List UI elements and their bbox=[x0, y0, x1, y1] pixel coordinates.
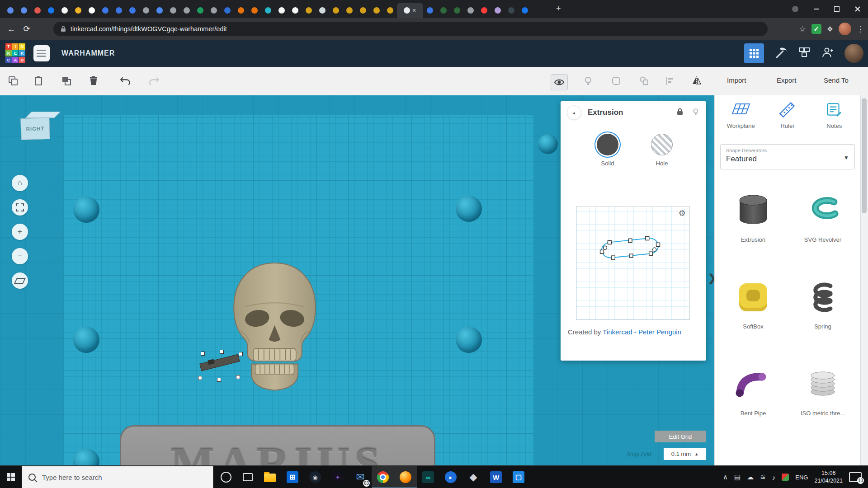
sphere-object[interactable] bbox=[73, 197, 99, 223]
group-button[interactable] bbox=[609, 74, 623, 88]
browser-tab[interactable] bbox=[193, 3, 207, 18]
sidebar-scrollbar[interactable] bbox=[860, 95, 868, 465]
copy-button[interactable] bbox=[6, 74, 20, 88]
browser-tab[interactable] bbox=[31, 3, 44, 18]
bookmark-star-icon[interactable]: ☆ bbox=[799, 24, 806, 34]
checkmark-extension-icon[interactable]: ✓ bbox=[811, 24, 821, 34]
photos-icon[interactable]: ▢ bbox=[507, 466, 530, 488]
browser-tab[interactable] bbox=[491, 3, 505, 18]
tray-network-icon[interactable]: ≋ bbox=[760, 473, 766, 481]
shape-generators-select[interactable]: Shape Generators Featured ▼ bbox=[720, 144, 855, 169]
language-indicator[interactable]: ENG bbox=[795, 474, 808, 481]
tray-onedrive-icon[interactable]: ☁ bbox=[747, 473, 754, 481]
redo-button[interactable] bbox=[147, 74, 161, 88]
extensions-puzzle-icon[interactable]: ❖ bbox=[827, 25, 833, 33]
home-view-button[interactable]: ⌂ bbox=[12, 175, 28, 191]
word-icon[interactable]: W bbox=[485, 466, 507, 488]
browser-tab[interactable] bbox=[166, 3, 180, 18]
dashboard-grid-button[interactable] bbox=[744, 43, 764, 63]
browser-tab[interactable] bbox=[288, 3, 302, 18]
shape-spring[interactable]: Spring bbox=[788, 271, 858, 357]
view-cube-front-face[interactable]: RIGHT bbox=[20, 117, 50, 140]
scrollbar-thumb[interactable] bbox=[862, 98, 867, 213]
new-tab-button[interactable]: + bbox=[556, 5, 561, 13]
design-menu-button[interactable] bbox=[33, 45, 50, 61]
profile-settings-gear-icon[interactable]: ⚙ bbox=[679, 208, 686, 218]
solid-option[interactable]: Solid bbox=[593, 134, 622, 167]
browser-tab[interactable] bbox=[477, 3, 491, 18]
browser-tab[interactable] bbox=[207, 3, 221, 18]
back-button[interactable]: ← bbox=[4, 24, 19, 34]
obs-icon[interactable]: ◆ bbox=[462, 466, 485, 488]
start-button[interactable] bbox=[0, 466, 22, 488]
extrusion-profile-editor[interactable]: ⚙ bbox=[576, 206, 690, 320]
mail-icon[interactable]: ✉63 bbox=[349, 466, 372, 488]
action-center-button[interactable]: 13 bbox=[849, 472, 862, 482]
zoom-in-button[interactable]: + bbox=[12, 224, 28, 240]
edit-grid-button[interactable]: Edit Grid bbox=[655, 431, 706, 442]
firefox-icon[interactable] bbox=[394, 466, 417, 488]
tray-pen-icon[interactable]: ▤ bbox=[734, 473, 741, 481]
scale-handle[interactable] bbox=[217, 378, 221, 382]
tinkercad-logo[interactable]: TINKERCAD bbox=[5, 43, 25, 63]
browser-tab[interactable] bbox=[505, 3, 518, 18]
scale-handle[interactable] bbox=[220, 350, 224, 354]
minimize-button[interactable] bbox=[806, 0, 826, 18]
browser-tab[interactable] bbox=[423, 3, 437, 18]
chrome-icon[interactable] bbox=[372, 466, 394, 488]
browser-tab[interactable] bbox=[383, 3, 397, 18]
browser-tab[interactable] bbox=[153, 3, 166, 18]
show-all-button[interactable] bbox=[551, 74, 568, 90]
material-light-button[interactable] bbox=[581, 74, 595, 88]
browser-menu-icon[interactable]: ⋮ bbox=[857, 24, 864, 34]
tab-close-icon[interactable]: ✕ bbox=[412, 8, 416, 14]
steam-icon[interactable]: ◉ bbox=[304, 466, 326, 488]
browser-tab[interactable] bbox=[343, 3, 356, 18]
camtasia-icon[interactable]: ∞ bbox=[417, 466, 439, 488]
browser-tab[interactable] bbox=[99, 3, 112, 18]
profile-sketch[interactable] bbox=[576, 206, 689, 319]
scale-handle[interactable] bbox=[198, 376, 202, 380]
microsoft-store-icon[interactable]: ⊞ bbox=[281, 466, 304, 488]
sphere-object[interactable] bbox=[456, 196, 482, 222]
shape-extrusion[interactable]: Extrusion bbox=[718, 184, 788, 271]
pinned-extension-icon[interactable] bbox=[785, 0, 806, 18]
ungroup-button[interactable] bbox=[637, 74, 651, 88]
url-text[interactable]: tinkercad.com/things/dtkWOGVCgqe-warhamm… bbox=[71, 25, 227, 33]
view-cube-top-face[interactable] bbox=[25, 112, 61, 118]
skull-model[interactable] bbox=[226, 258, 323, 406]
name-plaque-object[interactable]: MARIUS bbox=[120, 425, 435, 465]
maximize-button[interactable] bbox=[826, 0, 847, 18]
omnibox[interactable]: tinkercad.com/things/dtkWOGVCgqe-warhamm… bbox=[53, 22, 768, 36]
fit-view-button[interactable] bbox=[12, 199, 28, 216]
browser-tab[interactable] bbox=[450, 3, 464, 18]
sphere-object[interactable] bbox=[456, 327, 482, 353]
browser-tab[interactable] bbox=[302, 3, 316, 18]
browser-tab[interactable] bbox=[261, 3, 275, 18]
browser-tab[interactable] bbox=[58, 3, 71, 18]
browser-tab[interactable] bbox=[139, 3, 153, 18]
taskbar-clock[interactable]: 15:06 21/04/2021 bbox=[814, 469, 843, 485]
browser-tab[interactable] bbox=[356, 3, 370, 18]
duplicate-button[interactable] bbox=[60, 74, 73, 88]
scale-handle[interactable] bbox=[236, 375, 240, 379]
tray-app-icon[interactable] bbox=[782, 474, 789, 481]
view-cube[interactable]: RIGHT bbox=[21, 112, 54, 140]
shape-iso-metric-thread[interactable]: ISO metric thre... bbox=[788, 357, 858, 444]
lock-icon[interactable] bbox=[61, 26, 66, 32]
workplane-tool[interactable]: Workplane bbox=[718, 102, 764, 129]
browser-tab[interactable] bbox=[112, 3, 126, 18]
browser-tab[interactable] bbox=[248, 3, 261, 18]
browser-tab-active[interactable]: ✕ bbox=[397, 3, 423, 18]
shape-softbox[interactable]: SoftBox bbox=[718, 271, 788, 357]
sphere-object[interactable] bbox=[73, 327, 99, 353]
file-explorer-icon[interactable] bbox=[259, 466, 281, 488]
user-avatar[interactable] bbox=[844, 44, 863, 63]
bricks-icon[interactable] bbox=[797, 46, 811, 61]
paste-button[interactable] bbox=[32, 74, 45, 88]
browser-profile-avatar[interactable] bbox=[839, 23, 851, 35]
align-button[interactable] bbox=[664, 74, 677, 88]
export-button[interactable]: Export bbox=[777, 76, 796, 84]
send-to-button[interactable]: Send To bbox=[824, 76, 849, 84]
selected-extrusion-object[interactable] bbox=[194, 346, 244, 382]
